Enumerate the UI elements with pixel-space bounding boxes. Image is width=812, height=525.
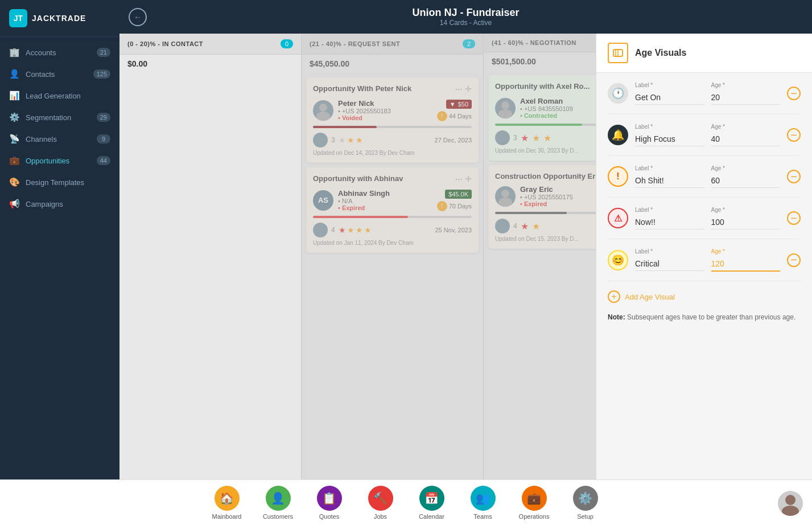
sidebar-label-lead-generation: Lead Generation — [26, 92, 81, 100]
age-remove-3[interactable]: − — [787, 170, 801, 183]
card-person-status-1: • Voided — [338, 114, 432, 121]
age-label-3: Age * — [711, 165, 781, 171]
user-avatar[interactable] — [778, 491, 803, 516]
nav-item-quotes[interactable]: 📋 Quotes — [304, 481, 355, 524]
card-progress-fill-2 — [313, 216, 408, 218]
age-fields-5: Label * Age * — [635, 248, 780, 272]
sidebar-item-channels[interactable]: 📡 Channels 9 — [0, 128, 119, 150]
card-menu-1[interactable]: ··· — [455, 84, 463, 95]
age-label-field-2: Label * — [635, 124, 704, 146]
age-remove-5[interactable]: − — [787, 253, 801, 267]
card-stars-1: ★ ★ ★ — [339, 136, 363, 145]
sidebar-item-accounts[interactable]: 🏢 Accounts 21 — [0, 42, 119, 63]
bottom-navigation: 🏠 Mainboard 👤 Customers 📋 Quotes 🔨 Jobs … — [0, 479, 812, 525]
card-menu-2[interactable]: ··· — [455, 174, 463, 184]
age-remove-4[interactable]: − — [787, 211, 801, 225]
card-updated-2: Updated on Jan 11, 2024 By Dev Cham — [313, 240, 472, 246]
sidebar-item-segmentation[interactable]: ⚙️ Segmentation 29 — [0, 106, 119, 128]
sidebar-label-channels: Channels — [26, 135, 57, 143]
age-visual-row-1: 🕐 Label * Age * − — [608, 82, 801, 114]
label-input-5[interactable] — [635, 257, 704, 271]
note-label: Note: — [608, 313, 625, 321]
age-visuals-icon — [612, 47, 624, 59]
age-label-field-3: Label * — [635, 165, 704, 188]
nav-item-setup[interactable]: ⚙️ Setup — [560, 481, 611, 524]
kanban-column-request-sent: (21 - 40)% - REQUEST SENT 2 $45,050.00 O… — [302, 34, 484, 525]
card-person-phone-4: • +US 2025550175 — [520, 194, 596, 200]
nav-item-operations[interactable]: 💼 Operations — [509, 481, 560, 524]
card-title-1: Opportunity With Peter Nick — [313, 84, 455, 93]
card-move-1[interactable]: ✛ — [465, 84, 472, 93]
label-input-4[interactable] — [635, 215, 704, 229]
card-person-info-1: Peter Nick • +US 2025550183 • Voided — [338, 99, 432, 121]
svg-point-1 — [316, 112, 330, 121]
segmentation-icon: ⚙️ — [9, 112, 20, 122]
sidebar-label-accounts: Accounts — [26, 48, 56, 57]
age-age-field-3: Age * — [711, 165, 781, 188]
card-move-2[interactable]: ✛ — [465, 174, 472, 183]
card-updated-4: Updated on Dec 15, 2023 By D... — [495, 236, 596, 242]
nav-item-mainboard[interactable]: 🏠 Mainboard — [201, 481, 253, 524]
age-remove-2[interactable]: − — [787, 128, 801, 142]
nav-item-jobs[interactable]: 🔨 Jobs — [355, 481, 406, 524]
sidebar-label-opportunities: Opportunities — [26, 157, 69, 165]
card-title-3: Opportunity with Axel Ro... — [495, 82, 596, 91]
label-label-4: Label * — [635, 207, 704, 213]
back-button[interactable]: ← — [129, 8, 147, 26]
age-input-1[interactable] — [711, 91, 781, 105]
operations-icon: 💼 — [522, 486, 547, 511]
svg-point-5 — [498, 198, 512, 207]
sidebar-label-campaigns: Campaigns — [26, 200, 63, 208]
label-input-1[interactable] — [635, 91, 704, 105]
card-footer-avatar-1 — [313, 133, 328, 147]
sidebar-item-contacts[interactable]: 👤 Contacts 125 — [0, 63, 119, 85]
header-title: Union NJ - Fundraiser 14 Cards - Active — [412, 7, 519, 27]
design-templates-icon: 🎨 — [9, 177, 20, 187]
card-days-2: !70 Days — [437, 201, 472, 211]
age-input-4[interactable] — [711, 215, 781, 229]
card-progress-3 — [495, 124, 596, 126]
age-input-5[interactable] — [711, 257, 781, 272]
kanban-card-4[interactable]: Construction Opportunity Eric Gray Eric … — [488, 165, 596, 249]
column-title-in-contact: (0 - 20)% - IN CONTACT — [127, 40, 203, 47]
age-remove-1[interactable]: − — [787, 87, 801, 100]
content-area: ← Union NJ - Fundraiser 14 Cards - Activ… — [119, 0, 812, 525]
add-age-visual-button[interactable]: + Add Age Visual — [608, 290, 801, 303]
age-input-2[interactable] — [711, 132, 781, 146]
age-age-field-2: Age * — [711, 124, 781, 146]
sidebar-label-contacts: Contacts — [26, 70, 55, 79]
kanban-card-1[interactable]: Opportunity With Peter Nick ··· ✛ Peter … — [306, 77, 479, 163]
calendar-label: Calendar — [419, 513, 444, 520]
card-amount-badge-2: $45.0K — [445, 190, 472, 199]
nav-item-teams[interactable]: 👥 Teams — [457, 481, 509, 524]
column-title-request-sent: (21 - 40)% - REQUEST SENT — [310, 40, 400, 47]
card-header-3: Opportunity with Axel Ro... ··· — [495, 82, 596, 92]
card-footer-4: 4 ★ ★ — [495, 219, 596, 233]
age-input-3[interactable] — [711, 174, 781, 188]
sidebar-item-design-templates[interactable]: 🎨 Design Templates — [0, 171, 119, 193]
nav-item-customers[interactable]: 👤 Customers — [253, 481, 304, 524]
card-progress-2 — [313, 216, 472, 218]
sidebar-item-campaigns[interactable]: 📢 Campaigns — [0, 193, 119, 215]
column-title-negotiation: (41 - 60)% - NEGOTIATION — [492, 39, 576, 46]
kanban-card-3[interactable]: Opportunity with Axel Ro... ··· Axel Rom… — [488, 75, 596, 161]
card-header-1: Opportunity With Peter Nick ··· ✛ — [313, 84, 472, 95]
page-header: ← Union NJ - Fundraiser 14 Cards - Activ… — [119, 0, 812, 34]
panel-note: Note: Subsequent ages have to be greater… — [608, 312, 801, 322]
card-person-phone-3: • +US 8435550109 — [520, 105, 596, 112]
column-amount-negotiation: $501,500.00 — [484, 52, 596, 71]
label-input-3[interactable] — [635, 174, 704, 188]
accounts-icon: 🏢 — [9, 47, 20, 58]
column-header-request-sent: (21 - 40)% - REQUEST SENT 2 — [302, 34, 483, 55]
card-progress-fill-3 — [495, 124, 582, 126]
kanban-card-2[interactable]: Opportunity with Abhinav ··· ✛ AS Abhina… — [306, 167, 479, 253]
teams-label: Teams — [473, 513, 492, 520]
kanban-board: (0 - 20)% - IN CONTACT 0 $0.00 (21 - 40)… — [119, 34, 596, 525]
label-input-2[interactable] — [635, 132, 704, 146]
segmentation-badge: 29 — [97, 113, 110, 122]
card-footer-left-2: 4 ★ ★ ★ ★ — [313, 223, 372, 237]
nav-item-calendar[interactable]: 📅 Calendar — [406, 481, 457, 524]
sidebar-item-lead-generation[interactable]: 📊 Lead Generation — [0, 85, 119, 106]
age-age-field-4: Age * — [711, 207, 781, 229]
sidebar-item-opportunities[interactable]: 💼 Opportunities 44 — [0, 150, 119, 171]
